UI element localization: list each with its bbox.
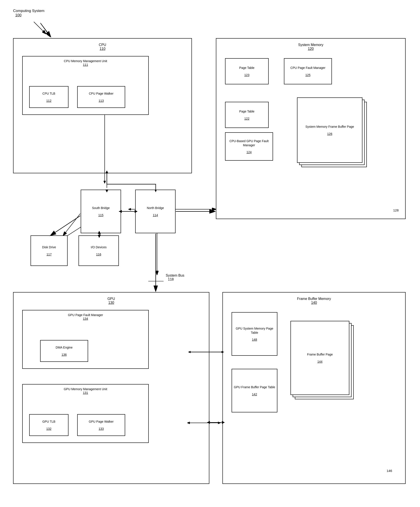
frame-buffer-memory-title: Frame Buffer Memory 140	[223, 297, 405, 305]
north-bridge-box: North Bridge 114	[135, 190, 176, 233]
diagram-container: Computing System 100	[0, 0, 420, 507]
cpu-tlb-box: CPU TLB 112	[29, 86, 69, 108]
computing-system-title: Computing System 100	[13, 9, 44, 17]
sys-mem-frame-buffer-box: System Memory Frame Buffer Page 126	[297, 98, 363, 163]
cpu-title: CPU 110	[14, 43, 192, 51]
south-bridge-box: South Bridge 115	[81, 190, 121, 233]
cpu-outer-box: CPU 110 CPU Memory Management Unit 111 C…	[13, 38, 192, 173]
svg-line-19	[40, 23, 50, 37]
gpu-frame-buf-page-table-box: GPU Frame Buffer Page Table 142	[232, 369, 277, 412]
num-146: 146	[387, 469, 392, 472]
gpu-title: GPU 130	[14, 297, 209, 305]
cpu-page-fault-mgr-box: CPU Page Fault Manager 125	[284, 58, 332, 84]
gpu-outer-box: GPU 130 GPU Page Fault Manager 134 DMA E…	[13, 292, 209, 484]
dma-engine-box: DMA Engine 136	[40, 340, 88, 362]
cpu-gpu-fault-mgr-box: CPU-Based GPU Page Fault Manager 124	[225, 132, 273, 161]
svg-line-41	[50, 216, 80, 235]
frame-buffer-memory-outer-box: Frame Buffer Memory 140 GPU System Memor…	[222, 292, 406, 484]
gpu-mmu-box: GPU Memory Management Unit 131 GPU TLB 1…	[22, 384, 149, 443]
svg-line-1	[34, 22, 46, 34]
gpu-page-walker-box: GPU Page Walker 133	[77, 414, 125, 436]
computing-system-num: 100	[15, 13, 21, 17]
cpu-mmu-box: CPU Memory Management Unit 111 CPU TLB 1…	[22, 56, 149, 115]
svg-marker-7	[128, 208, 131, 210]
system-bus-label: System Bus 118	[166, 274, 184, 282]
svg-line-38	[41, 24, 50, 37]
computing-system-label: Computing System	[13, 9, 44, 13]
gpu-tlb-box: GPU TLB 132	[29, 414, 69, 436]
cpu-page-walker-box: CPU Page Walker 113	[77, 86, 125, 108]
gpu-sys-mem-page-table-box: GPU System Memory Page Table 148	[232, 312, 277, 356]
page-table-122-box: Page Table 122	[225, 102, 269, 128]
system-memory-outer-box: System Memory 120 Page Table 123 CPU Pag…	[216, 38, 406, 219]
system-memory-title: System Memory 120	[216, 43, 405, 51]
disk-drive-box: Disk Drive 117	[30, 235, 68, 266]
num-128: 128	[393, 208, 399, 212]
svg-marker-16	[218, 422, 221, 424]
svg-line-23	[63, 214, 80, 235]
page-table-123-box: Page Table 123	[225, 58, 269, 84]
frame-buffer-page-box: Frame Buffer Page 144	[291, 321, 349, 395]
io-devices-box: I/O Devices 116	[78, 235, 119, 266]
svg-marker-4	[104, 181, 106, 183]
gpu-page-fault-mgr-box: GPU Page Fault Manager 134 DMA Engine 13…	[22, 310, 149, 369]
